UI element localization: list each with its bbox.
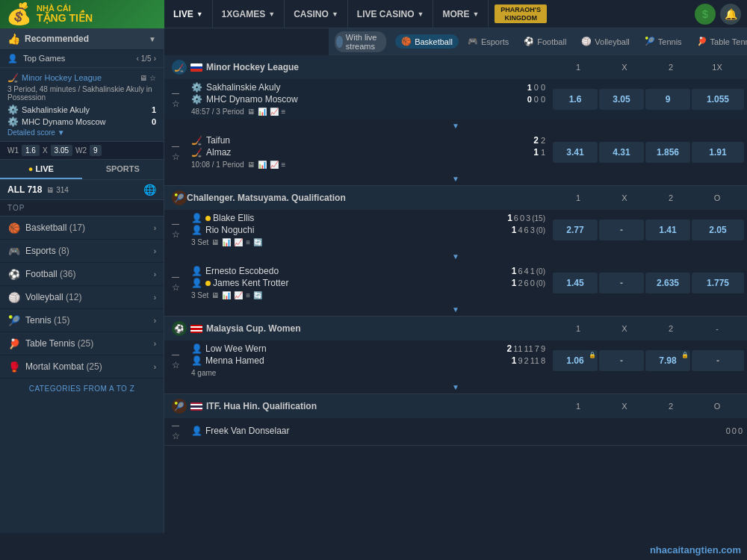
itf-sport-icon: 🎾	[172, 399, 187, 414]
ernesto-odd-1x[interactable]: 1.775	[692, 273, 744, 293]
nav-more[interactable]: MORE▼	[433, 0, 489, 28]
w1-value[interactable]: 1.6	[22, 145, 40, 156]
low-odd-x[interactable]: -	[599, 350, 644, 371]
team1-period-scores: 1 0 0	[527, 83, 545, 92]
odd2-x[interactable]: 4.31	[599, 142, 644, 163]
nav-casino[interactable]: CASINO▼	[285, 0, 348, 28]
sidebar-sport-mortal-kombat[interactable]: 🥊 Mortal Kombat (25) ›	[0, 355, 164, 379]
top-games-next[interactable]: ›	[154, 55, 156, 63]
categories-from-a-to-z[interactable]: CATEGORIES FROM A TO Z	[0, 379, 164, 399]
expand-ernesto[interactable]: ▼	[164, 303, 747, 316]
tv-icon: 🖥	[140, 74, 147, 82]
filter-volleyball[interactable]: 🏐 Volleyball	[575, 34, 635, 49]
odd-2[interactable]: 9	[645, 89, 690, 110]
esports-icon: 🎮	[7, 244, 21, 258]
nav-live-casino[interactable]: LIVE CASINO▼	[348, 0, 434, 28]
top-games-nav[interactable]: ‹ 1/5 ›	[136, 55, 156, 63]
odd2-1[interactable]: 3.41	[553, 142, 598, 163]
ernesto-odd-2[interactable]: 2.635	[645, 273, 690, 293]
nav-live[interactable]: LIVE▼	[164, 0, 213, 28]
sidebar-sport-football[interactable]: ⚽ Football (36) ›	[0, 263, 164, 286]
ernesto-teams: 👤 Ernesto Escobedo 1 6 4 1 (0) 👤	[187, 263, 550, 302]
expand-blake[interactable]: ▼	[164, 250, 747, 263]
low-odd-2[interactable]: 🔒 7.98	[645, 350, 690, 371]
odd-x[interactable]: 3.05	[599, 89, 644, 110]
sidebar-sport-esports[interactable]: 🎮 Esports (8) ›	[0, 240, 164, 263]
odd2-2[interactable]: 1.856	[645, 142, 690, 163]
odd-1x[interactable]: 1.055	[692, 89, 744, 110]
featured-league-row: 🏒 Minor Hockey League 🖥 ☆	[7, 72, 156, 83]
x-value[interactable]: 3.05	[51, 145, 72, 156]
rank-icon: —	[172, 89, 179, 97]
favorite2-star[interactable]: ☆	[172, 152, 180, 162]
star-icon[interactable]: ☆	[149, 74, 156, 82]
league-header-malaysia[interactable]: ⚽ Malaysia Cup. Women 1 X 2 -	[164, 317, 747, 340]
taifun-score: 2	[533, 135, 539, 146]
blake-set-label: 3 Set	[191, 238, 208, 246]
sidebar-recommended[interactable]: 👍 Recommended ▼	[0, 28, 164, 50]
featured-team2-name: MHC Dynamo Moscow	[22, 117, 147, 126]
favorite-star[interactable]: ☆	[172, 99, 180, 109]
basketball-arrow: ›	[154, 224, 156, 232]
odd2-1x[interactable]: 1.91	[692, 142, 744, 163]
tennis-arrow: ›	[154, 317, 156, 325]
league-header-itf[interactable]: 🎾 ITF. Hua Hin. Qualification 1 X 2 O	[164, 394, 747, 418]
sidebar-sport-volleyball[interactable]: 🏐 Volleyball (12) ›	[0, 286, 164, 309]
all-count-row: ALL 718 🖥 314 🌐	[0, 180, 164, 200]
filter-basketball[interactable]: 🏀 Basketball	[395, 34, 459, 49]
low-odd-1x[interactable]: -	[692, 350, 744, 371]
low-odd-1[interactable]: 🔒 1.06	[553, 350, 598, 371]
expand-low[interactable]: ▼	[164, 381, 747, 393]
ernesto-odd-1[interactable]: 1.45	[553, 273, 598, 293]
sidebar-sport-tennis[interactable]: 🎾 Tennis (15) ›	[0, 309, 164, 332]
low-s3: 7	[535, 344, 539, 353]
sport-filter-bar: With live streams 🏀 Basketball 🎮 Esports…	[329, 28, 747, 55]
w2-value[interactable]: 9	[90, 145, 102, 156]
tab-live[interactable]: ● LIVE	[0, 160, 82, 179]
james-row: 👤 James Kent Trotter 1 2 6 0 (0)	[191, 278, 545, 288]
live-streams-toggle[interactable]: With live streams	[335, 31, 386, 52]
thumbs-up-icon: 👍	[7, 33, 20, 45]
expand-match2[interactable]: ▼	[164, 172, 747, 185]
ernesto-star[interactable]: ☆	[172, 282, 180, 293]
ernesto-set-label: 3 Set	[191, 291, 208, 299]
tennis-icon: 🎾	[7, 314, 21, 327]
blake-odd-1[interactable]: 2.77	[553, 220, 598, 240]
filter-football[interactable]: ⚽ Football	[518, 34, 572, 49]
globe-icon[interactable]: 🌐	[143, 184, 156, 196]
filter-esports[interactable]: 🎮 Esports	[462, 34, 515, 49]
blake-odd-x[interactable]: -	[599, 220, 644, 240]
main-layout: 👍 Recommended ▼ 👤 Top Games ‹ 1/5 › 🏒 Mi…	[0, 28, 747, 533]
match-blake-rio: — ☆ 👤 Blake Ellis 1 6 0 3	[164, 210, 747, 263]
list3: 🔄	[253, 238, 262, 246]
sidebar-sport-table-tennis[interactable]: 🏓 Table Tennis (25) ›	[0, 332, 164, 355]
ernesto-odd-x[interactable]: -	[599, 273, 644, 293]
filter-table-tennis[interactable]: 🏓 Table Tennis	[691, 34, 747, 49]
low-s1: 11	[513, 344, 522, 353]
filter-tennis[interactable]: 🎾 Tennis	[639, 34, 688, 49]
wallet-icon[interactable]: $	[695, 4, 716, 25]
team2-name: MHC Dynamo Moscow	[206, 94, 527, 105]
volleyball-filter-icon: 🏐	[581, 37, 592, 46]
tv-icon3: 🖥	[211, 238, 219, 246]
blake-star[interactable]: ☆	[172, 229, 180, 240]
top-games-prev[interactable]: ‹	[136, 55, 138, 63]
blake-odd-2[interactable]: 1.41	[645, 220, 690, 240]
detailed-score-link[interactable]: Detailed score ▼	[7, 128, 156, 137]
notification-icon[interactable]: 🔔	[720, 4, 741, 25]
pharaoh-box[interactable]: PHARAOH'S KINGDOM	[495, 4, 547, 24]
expand-match1[interactable]: ▼	[164, 119, 747, 132]
league-header-minor-hockey[interactable]: 🏒 Minor Hockey League 1 X 2 1X	[164, 55, 747, 79]
nav-1xgames[interactable]: 1XGAMES▼	[213, 0, 285, 28]
freek-star[interactable]: ☆	[172, 431, 180, 441]
stats-icon2: 📈	[270, 161, 279, 169]
tab-sports[interactable]: SPORTS	[82, 160, 164, 179]
watermark: nhacaitangtien.com	[650, 544, 741, 556]
serve-indicator	[205, 216, 211, 221]
blake-odd-1x[interactable]: 2.05	[692, 220, 744, 240]
league-header-challenger[interactable]: 🎾 Challenger. Matsuyama. Qualification 1…	[164, 186, 747, 210]
sidebar-sport-basketball[interactable]: 🏀 Basketball (17) ›	[0, 217, 164, 240]
odd-1[interactable]: 1.6	[553, 89, 598, 110]
low-set-label: 4 game	[191, 369, 216, 377]
low-star[interactable]: ☆	[172, 360, 180, 370]
